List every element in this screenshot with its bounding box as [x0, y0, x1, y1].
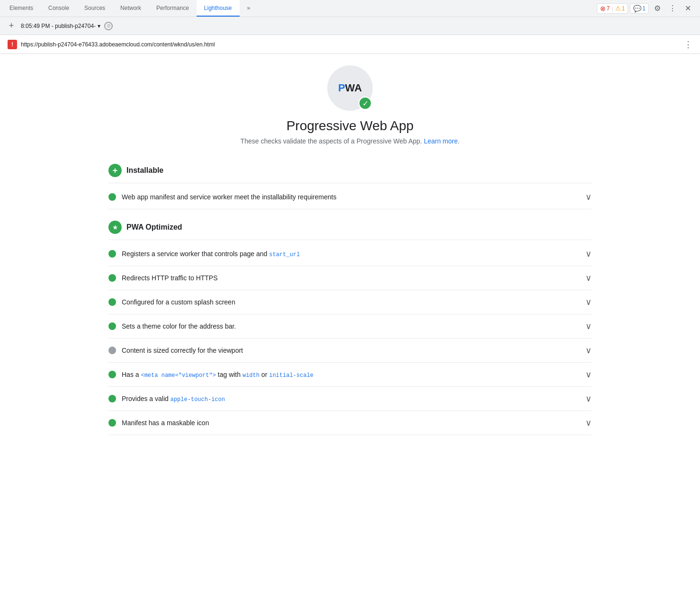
- period: .: [458, 137, 460, 145]
- chevron-icon: ∨: [585, 345, 592, 356]
- audit-item-service-worker[interactable]: Registers a service worker that controls…: [108, 242, 592, 266]
- chevron-icon: ∨: [585, 418, 592, 428]
- error-warning-badge[interactable]: ⊗ 7 | ⚠ 1: [597, 3, 628, 14]
- star-icon: ★: [112, 223, 118, 231]
- devtools-tab-bar: Elements Console Sources Network Perform…: [0, 0, 700, 17]
- pwa-optimized-title: PWA Optimized: [126, 223, 182, 232]
- page-title: Progressive Web App: [287, 118, 414, 134]
- audit-item-viewport-sized[interactable]: Content is sized correctly for the viewp…: [108, 339, 592, 363]
- session-label: 8:05:49 PM - publish-p24704- ▾: [21, 23, 100, 29]
- tabs-container: Elements Console Sources Network Perform…: [2, 0, 597, 17]
- audit-text-redirects: Redirects HTTP traffic to HTTPS: [122, 274, 580, 282]
- audit-text-manifest: Web app manifest and service worker meet…: [122, 193, 580, 201]
- audit-text-splash: Configured for a custom splash screen: [122, 298, 580, 306]
- audit-item-maskable-icon[interactable]: Manifest has a maskable icon ∨: [108, 411, 592, 435]
- main-content: PWA ✓ Progressive Web App These checks v…: [90, 54, 610, 446]
- error-badge: ⊗ 7: [600, 5, 610, 12]
- pwa-logo: PWA: [338, 82, 362, 94]
- audit-item-manifest-service-worker[interactable]: Web app manifest and service worker meet…: [108, 185, 592, 209]
- audit-text-theme-color: Sets a theme color for the address bar.: [122, 322, 580, 330]
- tab-network[interactable]: Network: [113, 0, 149, 17]
- audit-item-splash-screen[interactable]: Configured for a custom splash screen ∨: [108, 290, 592, 314]
- audit-item-apple-touch-icon[interactable]: Provides a valid apple-touch-icon ∨: [108, 387, 592, 411]
- chevron-icon: ∨: [585, 369, 592, 380]
- url-more-button[interactable]: ⋮: [684, 39, 692, 50]
- start-url-code: start_url: [269, 251, 300, 258]
- initial-scale-code: initial-scale: [269, 372, 314, 379]
- url-address-bar: ! https://publish-p24704-e76433.adobeaem…: [0, 35, 700, 54]
- more-tabs-button[interactable]: »: [240, 0, 258, 17]
- more-options-button[interactable]: ⋮: [666, 2, 679, 15]
- warning-badge: ⚠ 1: [615, 5, 625, 12]
- audit-text-viewport-sized: Content is sized correctly for the viewp…: [122, 347, 580, 354]
- audit-text-apple-touch: Provides a valid apple-touch-icon: [122, 395, 580, 403]
- close-button[interactable]: ✕: [681, 2, 694, 15]
- pwa-wa-letters: WA: [345, 82, 362, 94]
- width-code: width: [242, 372, 260, 379]
- security-warning-icon: !: [8, 40, 17, 49]
- session-text: 8:05:49 PM - publish-p24704-: [21, 23, 96, 29]
- pwa-optimized-section-header: ★ PWA Optimized: [108, 213, 592, 238]
- subtitle-text: These checks validate the aspects of a P…: [241, 137, 422, 145]
- plus-icon: +: [113, 166, 118, 176]
- pwa-header: PWA ✓ Progressive Web App These checks v…: [108, 65, 592, 145]
- tab-console[interactable]: Console: [41, 0, 77, 17]
- warning-triangle-icon: ⚠: [615, 5, 621, 12]
- tab-performance[interactable]: Performance: [149, 0, 197, 17]
- tab-elements[interactable]: Elements: [2, 0, 41, 17]
- settings-button[interactable]: ⚙: [651, 2, 664, 15]
- pass-dot: [108, 322, 116, 330]
- pwa-p-letter: P: [338, 82, 345, 94]
- error-circle-icon: ⊗: [600, 5, 606, 12]
- audit-text-service-worker: Registers a service worker that controls…: [122, 250, 580, 258]
- pass-dot: [108, 298, 116, 306]
- learn-more-link[interactable]: Learn more: [424, 137, 458, 145]
- chevron-icon: ∨: [585, 321, 592, 331]
- pwa-logo-text: PWA: [338, 82, 362, 94]
- audit-text-viewport-meta: Has a <meta name="viewport"> tag with wi…: [122, 371, 580, 379]
- dropdown-icon[interactable]: ▾: [98, 23, 100, 29]
- pass-dot: [108, 250, 116, 258]
- chevron-icon: ∨: [585, 192, 592, 202]
- devtools-toolbar-icons: ⊗ 7 | ⚠ 1 💬 1 ⚙ ⋮ ✕: [597, 2, 698, 15]
- page-subtitle: These checks validate the aspects of a P…: [241, 137, 460, 145]
- audit-text-maskable-icon: Manifest has a maskable icon: [122, 419, 580, 427]
- neutral-dot: [108, 347, 116, 354]
- audit-item-redirects-http[interactable]: Redirects HTTP traffic to HTTPS ∨: [108, 266, 592, 290]
- pass-dot: [108, 193, 116, 201]
- info-count: 1: [642, 5, 646, 12]
- pass-dot: [108, 274, 116, 282]
- session-bar: + 8:05:49 PM - publish-p24704- ▾ ⊘: [0, 17, 700, 35]
- pwa-optimized-icon: ★: [108, 221, 122, 234]
- check-badge: ✓: [359, 97, 372, 110]
- url-text: https://publish-p24704-e76433.adobeaemcl…: [21, 41, 680, 48]
- check-icon: ✓: [362, 99, 368, 108]
- chevron-icon: ∨: [585, 297, 592, 307]
- installable-icon: +: [108, 164, 122, 177]
- warning-count: 1: [622, 5, 625, 12]
- chevron-icon: ∨: [585, 273, 592, 283]
- installable-title: Installable: [126, 166, 163, 175]
- installable-section-header: + Installable: [108, 156, 592, 181]
- meta-viewport-code: <meta name="viewport">: [141, 372, 215, 379]
- add-session-button[interactable]: +: [6, 20, 17, 32]
- no-entry-icon: ⊘: [104, 22, 113, 30]
- chevron-icon: ∨: [585, 249, 592, 259]
- info-badge[interactable]: 💬 1: [630, 3, 649, 14]
- chevron-icon: ∨: [585, 393, 592, 404]
- audit-item-viewport-meta[interactable]: Has a <meta name="viewport"> tag with wi…: [108, 363, 592, 387]
- tab-sources[interactable]: Sources: [77, 0, 113, 17]
- error-count: 7: [607, 5, 610, 12]
- pass-dot: [108, 419, 116, 427]
- pass-dot: [108, 395, 116, 402]
- tab-lighthouse[interactable]: Lighthouse: [197, 0, 240, 17]
- pass-dot: [108, 371, 116, 378]
- chat-icon: 💬: [633, 5, 641, 12]
- no-entry-symbol: ⊘: [107, 23, 111, 29]
- apple-touch-icon-code: apple-touch-icon: [171, 396, 225, 403]
- info-icon: 💬 1: [633, 5, 646, 12]
- pwa-icon-circle: PWA ✓: [327, 65, 373, 111]
- audit-item-theme-color[interactable]: Sets a theme color for the address bar. …: [108, 314, 592, 339]
